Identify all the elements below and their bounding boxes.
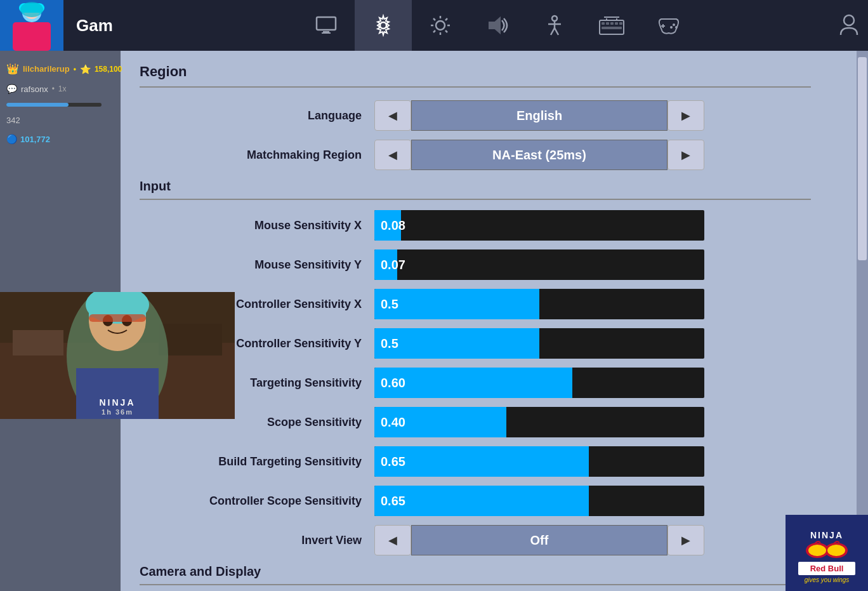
invert-view-label: Invert View — [140, 534, 374, 547]
controller-scope-row: Controller Scope Sensitivity 0.65 — [140, 486, 811, 516]
mouse-x-control: 0.08 — [374, 210, 811, 241]
targeting-fill: 0.60 — [374, 368, 572, 398]
svg-point-9 — [380, 22, 386, 29]
player2-sep: • — [52, 84, 55, 93]
invert-view-prev-button[interactable]: ◀ — [374, 525, 411, 555]
build-targeting-control: 0.65 — [374, 446, 811, 477]
nav-settings[interactable] — [355, 0, 412, 51]
mouse-y-label: Mouse Sensitivity Y — [140, 258, 374, 272]
matchmaking-selector: ◀ NA-East (25ms) ▶ — [374, 140, 704, 170]
matchmaking-next-button[interactable]: ▶ — [667, 140, 704, 170]
svg-rect-29 — [615, 22, 618, 25]
player2-multiplier: 1x — [58, 84, 67, 93]
controller-x-slider[interactable]: 0.5 — [374, 289, 704, 319]
mouse-y-fill: 0.07 — [374, 249, 397, 280]
star-icon: ⭐ — [80, 64, 91, 74]
logo-thumbnail — [0, 0, 63, 51]
svg-point-39 — [670, 26, 673, 29]
svg-point-55 — [808, 545, 826, 556]
nav-audio[interactable] — [469, 0, 526, 51]
svg-point-56 — [827, 545, 845, 556]
targeting-value: 0.60 — [381, 376, 405, 390]
coin-icon: 🔵 — [6, 134, 17, 144]
matchmaking-control: ◀ NA-East (25ms) ▶ — [374, 140, 811, 170]
svg-point-20 — [552, 16, 557, 21]
svg-point-10 — [436, 21, 445, 30]
controller-y-control: 0.5 — [374, 328, 811, 359]
redbull-logo: Red Bull gives you wings — [798, 544, 855, 576]
svg-line-15 — [433, 18, 435, 20]
mouse-y-row: Mouse Sensitivity Y 0.07 — [140, 249, 811, 280]
svg-rect-31 — [602, 27, 622, 29]
player1-score: 158,100 — [95, 65, 122, 74]
svg-point-38 — [675, 26, 678, 29]
controller-x-control: 0.5 — [374, 289, 811, 319]
svg-rect-26 — [602, 22, 605, 25]
targeting-slider[interactable]: 0.60 — [374, 368, 704, 398]
player1-name: lilcharilerup — [23, 64, 70, 74]
matchmaking-prev-button[interactable]: ◀ — [374, 140, 411, 170]
scope-slider[interactable]: 0.40 — [374, 407, 704, 437]
camera-header: Camera and Display — [140, 564, 811, 585]
mouse-y-slider[interactable]: 0.07 — [374, 249, 704, 280]
mouse-x-slider[interactable]: 0.08 — [374, 210, 704, 241]
svg-line-24 — [555, 28, 558, 35]
nav-accessibility[interactable] — [526, 0, 583, 51]
controller-y-row: Controller Sensitivity Y 0.5 — [140, 328, 811, 359]
svg-rect-27 — [606, 22, 609, 25]
nav-user[interactable] — [830, 0, 868, 51]
svg-point-5 — [20, 2, 43, 17]
app-title: Gam — [76, 16, 113, 36]
scope-value: 0.40 — [381, 415, 405, 430]
build-targeting-slider[interactable]: 0.65 — [374, 446, 704, 477]
webcam-background: NINJA 1h 36m — [0, 292, 235, 419]
crown-icon: 👑 — [6, 63, 19, 75]
nav-keyboard[interactable] — [583, 0, 640, 51]
svg-rect-43 — [13, 330, 63, 355]
mouse-x-row: Mouse Sensitivity X 0.08 — [140, 210, 811, 241]
svg-line-18 — [433, 30, 435, 32]
top-bar: Gam — [0, 0, 868, 51]
nav-brightness[interactable] — [412, 0, 469, 51]
svg-rect-28 — [610, 22, 614, 25]
language-prev-button[interactable]: ◀ — [374, 100, 411, 131]
rank-display: 342 — [6, 116, 114, 125]
webcam-duration: 1h 36m — [99, 408, 135, 416]
nav-gamepad[interactable] — [640, 0, 697, 51]
mouse-y-value: 0.07 — [381, 258, 405, 272]
controller-scope-slider[interactable]: 0.65 — [374, 486, 704, 516]
controller-y-slider[interactable]: 0.5 — [374, 328, 704, 359]
mouse-x-fill: 0.08 — [374, 210, 401, 241]
invert-view-next-button[interactable]: ▶ — [667, 525, 704, 555]
svg-line-23 — [551, 28, 555, 35]
xp-progress-bar — [6, 103, 102, 107]
scrollbar-thumb[interactable] — [858, 57, 867, 260]
svg-rect-6 — [317, 17, 336, 30]
controller-scope-control: 0.65 — [374, 486, 811, 516]
invert-view-row: Invert View ◀ Off ▶ — [140, 525, 811, 555]
language-next-button[interactable]: ▶ — [667, 100, 704, 131]
mouse-x-value: 0.08 — [381, 218, 405, 233]
controller-x-row: Controller Sensitivity X 0.5 — [140, 289, 811, 319]
controller-scope-label: Controller Scope Sensitivity — [140, 495, 374, 508]
controller-scope-value: 0.65 — [381, 494, 405, 508]
svg-rect-2 — [13, 22, 51, 51]
webcam-name: NINJA 1h 36m — [99, 397, 135, 416]
targeting-control: 0.60 — [374, 368, 811, 398]
svg-rect-51 — [89, 314, 146, 322]
scope-row: Scope Sensitivity 0.40 — [140, 407, 811, 437]
build-targeting-fill: 0.65 — [374, 446, 589, 477]
player1-row: 👑 lilcharilerup • ⭐ 158,100 — [6, 60, 114, 77]
svg-point-40 — [844, 15, 854, 25]
scrollbar — [857, 51, 868, 591]
mouse-x-label: Mouse Sensitivity X — [140, 219, 374, 232]
language-label: Language — [140, 109, 374, 123]
invert-view-selector: ◀ Off ▶ — [374, 525, 704, 555]
nav-monitor[interactable] — [298, 0, 355, 51]
targeting-row: Targeting Sensitivity 0.60 — [140, 368, 811, 398]
svg-line-16 — [445, 30, 447, 32]
input-header: Input — [140, 179, 811, 200]
language-row: Language ◀ English ▶ — [140, 100, 811, 131]
svg-marker-19 — [489, 18, 500, 33]
region-header: Region — [140, 63, 811, 88]
